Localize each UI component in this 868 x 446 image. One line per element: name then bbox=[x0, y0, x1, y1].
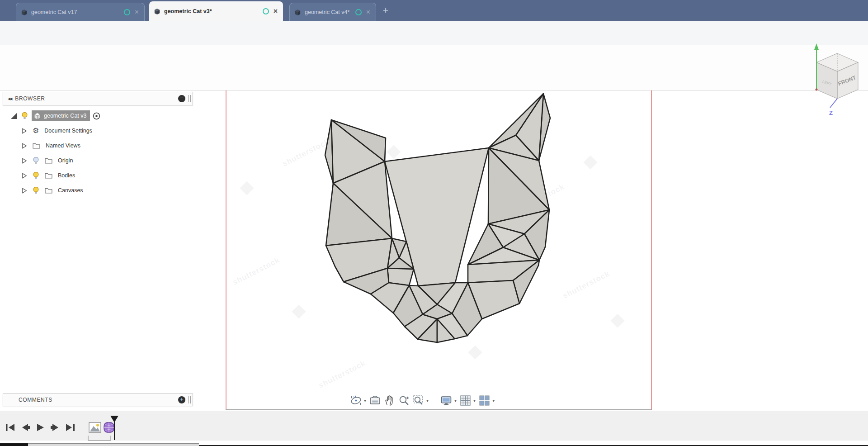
zoom-window-icon bbox=[413, 395, 424, 406]
tab-close-icon[interactable]: × bbox=[365, 9, 371, 16]
document-cube-icon bbox=[294, 9, 301, 16]
chevron-down-icon[interactable]: ▾ bbox=[454, 398, 457, 403]
bulb-on-icon[interactable] bbox=[33, 186, 39, 195]
new-tab-button[interactable]: + bbox=[380, 4, 392, 17]
bottom-scrub-segment bbox=[0, 443, 28, 446]
grids-snaps-button[interactable]: ▾ bbox=[460, 395, 476, 406]
expand-arrow-icon[interactable] bbox=[22, 142, 27, 149]
cloud-sync-status-icon bbox=[355, 9, 362, 15]
quick-access-toolbar: ▾ ↶ ▾ ↷ ▾ Read Only 1 Waseem G ▾ ? ▾ bbox=[0, 21, 868, 45]
look-at-button[interactable] bbox=[369, 395, 381, 406]
browser-row-origin[interactable]: Origin bbox=[22, 154, 73, 167]
chevron-down-icon[interactable]: ▾ bbox=[426, 398, 429, 403]
bulb-on-icon[interactable] bbox=[33, 171, 39, 180]
expand-arrow-icon[interactable] bbox=[22, 128, 27, 134]
browser-root-row[interactable]: geometric Cat v3 bbox=[11, 109, 100, 122]
browser-item-label: Canvases bbox=[58, 187, 83, 194]
viewports-button[interactable]: ▾ bbox=[479, 395, 495, 406]
expand-arrow-icon[interactable] bbox=[22, 157, 27, 164]
display-settings-icon bbox=[440, 395, 452, 406]
timeline-marker-line[interactable] bbox=[114, 418, 115, 440]
expand-arrow-icon[interactable] bbox=[22, 172, 27, 179]
display-settings-button[interactable]: ▾ bbox=[440, 395, 457, 406]
panel-grip[interactable] bbox=[188, 396, 191, 403]
step-back-button[interactable] bbox=[20, 423, 30, 432]
watermark-text: shutterstock bbox=[561, 269, 612, 301]
document-cube-icon bbox=[21, 9, 28, 16]
browser-row-bodies[interactable]: Bodies bbox=[22, 169, 75, 182]
folder-icon bbox=[33, 142, 40, 149]
canvas-image-right-edge bbox=[651, 90, 652, 410]
tab-close-icon[interactable]: × bbox=[273, 8, 278, 15]
document-tab-3[interactable]: geometric Cat v4* × bbox=[289, 3, 376, 21]
zoom-icon: ± bbox=[398, 395, 410, 406]
timeline-form-feature[interactable] bbox=[103, 422, 115, 433]
go-to-end-button[interactable] bbox=[65, 423, 75, 432]
cloud-sync-status-icon bbox=[124, 9, 130, 15]
tab-title: geometric Cat v4* bbox=[305, 9, 352, 15]
browser-item-label: Document Settings bbox=[44, 128, 92, 134]
minimize-panel-button[interactable]: − bbox=[178, 95, 185, 102]
document-tab-bar: geometric Cat v17 × geometric Cat v3* × … bbox=[0, 0, 868, 21]
go-to-start-button[interactable] bbox=[5, 423, 15, 432]
chevron-down-icon[interactable]: ▾ bbox=[364, 398, 366, 403]
watermark-square bbox=[583, 155, 597, 169]
bulb-off-icon[interactable] bbox=[33, 157, 39, 165]
timeline-group-bracket bbox=[88, 436, 111, 441]
z-axis bbox=[830, 99, 837, 108]
chevron-down-icon[interactable]: ▾ bbox=[473, 398, 476, 403]
browser-row-named-views[interactable]: Named Views bbox=[22, 139, 80, 152]
browser-row-document-settings[interactable]: ⚙ Document Settings bbox=[22, 124, 92, 137]
expand-arrow-icon[interactable] bbox=[22, 187, 27, 194]
folder-icon bbox=[45, 172, 52, 179]
expand-collapse-icon[interactable] bbox=[11, 113, 17, 119]
display-navigation-bar: ▾ ± ▾ ▾ ▾ bbox=[350, 393, 495, 408]
browser-item-label: Origin bbox=[58, 157, 73, 164]
play-button[interactable] bbox=[35, 423, 45, 432]
fusion-360-window: geometric Cat v17 × geometric Cat v3* × … bbox=[0, 0, 868, 446]
orbit-button[interactable]: ▾ bbox=[350, 395, 366, 406]
pan-button[interactable] bbox=[384, 395, 395, 406]
add-comment-button[interactable]: + bbox=[178, 396, 185, 403]
cloud-sync-status-icon bbox=[263, 8, 269, 14]
chevron-down-icon[interactable]: ▾ bbox=[492, 398, 495, 403]
ground-target-icon[interactable] bbox=[93, 112, 100, 120]
zoom-window-button[interactable]: ▾ bbox=[413, 395, 429, 406]
z-axis-label: Z bbox=[829, 109, 833, 116]
ribbon-toolbar: SCULPT ▾ CREATE ▾ MODIFY ▾ SYMMETRY ▾ UT… bbox=[0, 45, 868, 90]
bottom-scrub-track[interactable] bbox=[28, 443, 199, 446]
document-tab-1[interactable]: geometric Cat v17 × bbox=[16, 3, 145, 21]
viewport-canvas[interactable]: shutterstock shutterstock shutterstock s… bbox=[0, 90, 868, 412]
timeline-canvas-feature[interactable] bbox=[89, 422, 101, 433]
browser-item-label: Named Views bbox=[46, 142, 80, 149]
watermark-square bbox=[292, 304, 306, 318]
document-cube-icon bbox=[154, 8, 160, 15]
comments-panel-header[interactable]: COMMENTS + bbox=[3, 394, 193, 406]
watermark-square bbox=[610, 313, 624, 327]
cat-model[interactable] bbox=[319, 88, 554, 396]
viewports-icon bbox=[479, 395, 490, 406]
orbit-icon bbox=[350, 395, 362, 406]
browser-panel-header[interactable]: ◀◀ BROWSER − bbox=[3, 92, 193, 105]
tab-close-icon[interactable]: × bbox=[134, 9, 140, 16]
watermark-square bbox=[240, 181, 254, 195]
origin-dot bbox=[816, 89, 818, 91]
folder-icon bbox=[45, 157, 52, 164]
browser-item-label: Bodies bbox=[58, 172, 75, 179]
component-cube-icon bbox=[33, 112, 41, 120]
browser-row-canvases[interactable]: Canvases bbox=[22, 184, 83, 197]
settings-gear-icon: ⚙ bbox=[33, 127, 39, 134]
collapse-panel-icon[interactable]: ◀◀ bbox=[8, 97, 11, 101]
canvas-image-left-edge bbox=[226, 90, 226, 410]
bulb-on-icon[interactable] bbox=[21, 112, 28, 120]
zoom-button[interactable]: ± bbox=[398, 395, 410, 406]
viewcube[interactable]: FRONT LEFT Z bbox=[807, 42, 867, 119]
document-tab-2-active[interactable]: geometric Cat v3* × bbox=[149, 1, 283, 21]
step-forward-button[interactable] bbox=[50, 423, 60, 432]
tab-title: geometric Cat v17 bbox=[31, 9, 120, 15]
panel-grip[interactable] bbox=[188, 95, 191, 102]
svg-text:±: ± bbox=[406, 395, 409, 400]
folder-icon bbox=[45, 187, 52, 194]
y-axis-arrow-icon bbox=[814, 43, 819, 50]
root-node-selected[interactable]: geometric Cat v3 bbox=[32, 110, 90, 121]
